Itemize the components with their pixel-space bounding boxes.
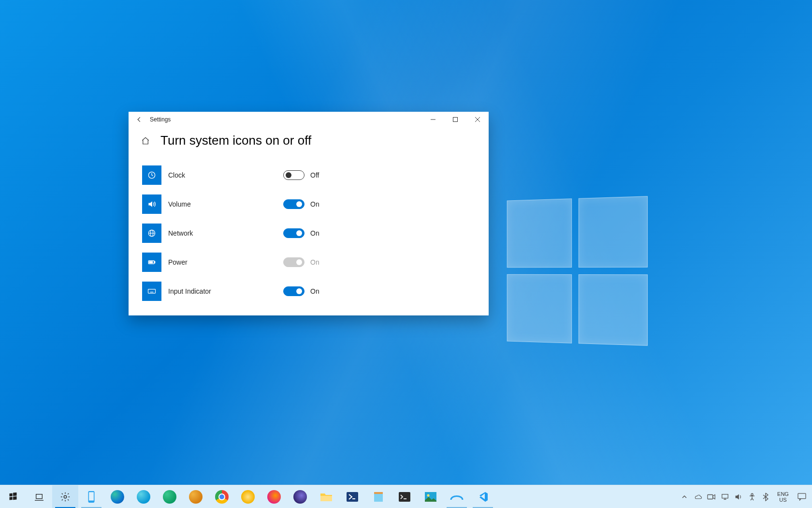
taskbar-app-phone[interactable] [78, 485, 104, 508]
tray-onedrive-icon[interactable] [691, 485, 705, 508]
tray-ease-of-access-icon[interactable] [745, 485, 759, 508]
taskbar-app-firefox-dev[interactable] [287, 485, 313, 508]
window-app-name: Settings [150, 116, 171, 123]
tray-meetnow-icon[interactable] [705, 485, 718, 508]
row-clock: Clock Off [142, 161, 476, 190]
taskview-button[interactable] [26, 485, 52, 508]
toggle-clock[interactable] [283, 170, 304, 180]
row-label: Volume [168, 200, 283, 208]
tray-bluetooth-icon[interactable] [759, 485, 772, 508]
close-button[interactable] [466, 112, 489, 127]
tray-language-indicator[interactable]: ENG US [772, 491, 794, 503]
taskbar-app-file-explorer[interactable] [313, 485, 339, 508]
svg-rect-26 [89, 492, 94, 500]
taskbar-app-vscode[interactable] [470, 485, 496, 508]
network-icon [142, 224, 161, 243]
home-icon[interactable] [141, 136, 150, 145]
row-volume: Volume On [142, 190, 476, 219]
clock-icon [142, 165, 161, 185]
svg-rect-21 [13, 496, 17, 500]
system-icons-list: Clock Off Volume On [141, 161, 476, 306]
minimize-button[interactable] [422, 112, 444, 127]
toggle-state: On [310, 229, 319, 237]
toggle-state: On [310, 258, 319, 266]
taskbar-app-edge-dev[interactable] [157, 485, 183, 508]
svg-point-24 [64, 495, 67, 498]
svg-rect-39 [798, 493, 806, 498]
titlebar: Settings [129, 112, 489, 127]
taskbar-app-notepad[interactable] [365, 485, 392, 508]
row-input-indicator: Input Indicator On [142, 277, 476, 306]
row-label: Clock [168, 171, 283, 179]
taskbar-app-edge[interactable] [104, 485, 130, 508]
taskbar-app-settings[interactable] [52, 485, 78, 508]
svg-rect-11 [148, 289, 156, 293]
power-icon [142, 253, 161, 272]
svg-point-33 [427, 494, 430, 496]
toggle-state: On [310, 287, 319, 295]
row-power: Power On [142, 248, 476, 277]
tray-network-icon[interactable] [718, 485, 732, 508]
tray-volume-icon[interactable] [732, 485, 745, 508]
back-button[interactable] [129, 112, 150, 127]
row-label: Network [168, 229, 283, 237]
row-label: Power [168, 258, 283, 266]
svg-rect-10 [149, 261, 153, 263]
toggle-network[interactable] [283, 228, 304, 238]
taskbar-app-firefox[interactable] [261, 485, 287, 508]
taskbar-app-edge-beta[interactable] [130, 485, 157, 508]
page-title: Turn system icons on or off [160, 133, 311, 148]
lang-top: ENG [772, 491, 794, 497]
row-network: Network On [142, 219, 476, 248]
windows-logo-desktop [507, 196, 648, 345]
row-label: Input Indicator [168, 287, 283, 295]
taskbar-app-edge-canary[interactable] [183, 485, 209, 508]
svg-rect-27 [320, 496, 332, 501]
taskbar-app-mail[interactable] [444, 485, 470, 508]
system-tray: ENG US [678, 485, 812, 508]
toggle-volume[interactable] [283, 199, 304, 209]
settings-window: Settings Turn system icons on or off [129, 112, 489, 315]
svg-rect-19 [13, 493, 17, 496]
svg-rect-31 [399, 492, 410, 502]
toggle-state: On [310, 200, 319, 208]
taskbar-app-photos[interactable] [418, 485, 444, 508]
taskbar: ENG US [0, 485, 812, 508]
svg-rect-30 [374, 492, 383, 494]
svg-point-38 [751, 493, 753, 495]
svg-rect-35 [722, 494, 728, 498]
action-center-button[interactable] [794, 493, 810, 501]
volume-icon [142, 194, 161, 214]
svg-rect-18 [10, 493, 13, 496]
svg-rect-22 [36, 494, 43, 498]
taskbar-app-powershell[interactable] [339, 485, 365, 508]
maximize-button[interactable] [444, 112, 466, 127]
taskbar-app-chrome[interactable] [209, 485, 235, 508]
start-button[interactable] [0, 485, 26, 508]
toggle-power [283, 257, 304, 267]
svg-rect-1 [453, 118, 458, 122]
svg-rect-20 [10, 496, 13, 500]
keyboard-icon [142, 282, 161, 301]
tray-overflow-icon[interactable] [678, 485, 691, 508]
svg-rect-34 [708, 494, 713, 499]
toggle-state: Off [310, 171, 319, 179]
taskbar-app-chrome-canary[interactable] [235, 485, 261, 508]
lang-bottom: US [772, 497, 794, 503]
taskbar-app-terminal[interactable] [392, 485, 418, 508]
toggle-input-indicator[interactable] [283, 286, 304, 296]
svg-rect-9 [154, 261, 155, 263]
